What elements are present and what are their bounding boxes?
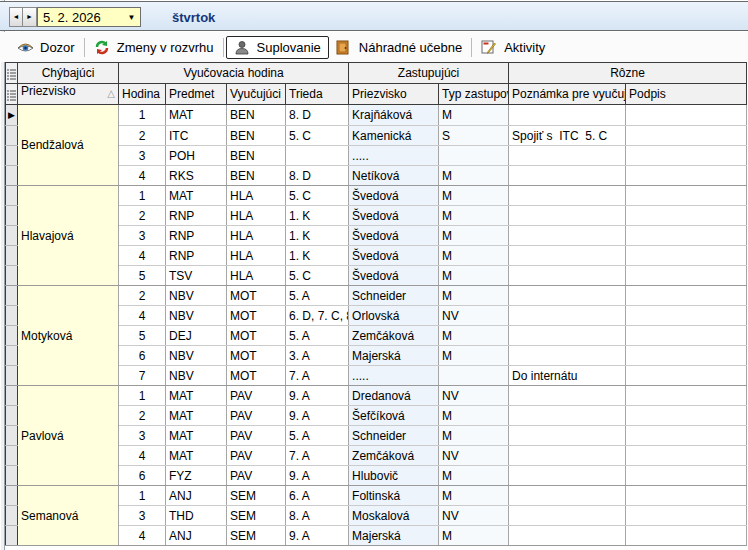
row-selector[interactable]: [6, 466, 18, 486]
missing-teacher-cell[interactable]: Motyková: [18, 286, 119, 386]
cell-vyucujuci[interactable]: MOT: [227, 306, 286, 326]
tab-zmeny-v-rozvrhu[interactable]: Zmeny v rozvrhu: [87, 37, 221, 58]
cell-podpis[interactable]: [626, 386, 747, 406]
cell-poznamka[interactable]: [509, 486, 626, 506]
cell-vyucujuci[interactable]: BEN: [227, 146, 286, 166]
cell-zastupujuci[interactable]: Schneider: [349, 286, 439, 306]
row-selector[interactable]: [6, 406, 18, 426]
cell-typ[interactable]: [439, 366, 509, 386]
row-selector[interactable]: [6, 266, 18, 286]
cell-typ[interactable]: M: [439, 326, 509, 346]
cell-vyucujuci[interactable]: HLA: [227, 206, 286, 226]
cell-typ[interactable]: NV: [439, 306, 509, 326]
cell-zastupujuci[interactable]: Orlovská: [349, 306, 439, 326]
cell-podpis[interactable]: [626, 486, 747, 506]
cell-trieda[interactable]: 8. D: [286, 166, 349, 186]
cell-zastupujuci[interactable]: .....: [349, 366, 439, 386]
tab-aktivity[interactable]: Aktivity: [474, 37, 552, 58]
cell-poznamka[interactable]: [509, 386, 626, 406]
cell-zastupujuci[interactable]: .....: [349, 146, 439, 166]
cell-predmet[interactable]: NBV: [166, 346, 227, 366]
cell-poznamka[interactable]: [509, 206, 626, 226]
cell-podpis[interactable]: [626, 266, 747, 286]
cell-predmet[interactable]: MAT: [166, 446, 227, 466]
cell-predmet[interactable]: MAT: [166, 426, 227, 446]
row-selector[interactable]: [6, 166, 18, 186]
cell-poznamka[interactable]: [509, 306, 626, 326]
table-menu-icon[interactable]: [6, 63, 18, 84]
cell-vyucujuci[interactable]: MOT: [227, 366, 286, 386]
cell-typ[interactable]: NV: [439, 446, 509, 466]
row-selector[interactable]: [6, 446, 18, 466]
cell-trieda[interactable]: 5. A: [286, 286, 349, 306]
cell-vyucujuci[interactable]: MOT: [227, 326, 286, 346]
cell-hodina[interactable]: 3: [119, 506, 166, 526]
cell-poznamka[interactable]: [509, 466, 626, 486]
cell-predmet[interactable]: FYZ: [166, 466, 227, 486]
missing-teacher-cell[interactable]: Hlavajová: [18, 186, 119, 286]
cell-podpis[interactable]: [626, 146, 747, 166]
cell-poznamka[interactable]: [509, 105, 626, 126]
cell-typ[interactable]: M: [439, 466, 509, 486]
cell-zastupujuci[interactable]: Švedová: [349, 226, 439, 246]
cell-poznamka[interactable]: [509, 266, 626, 286]
missing-teacher-cell[interactable]: Pavlová: [18, 386, 119, 486]
cell-hodina[interactable]: 1: [119, 105, 166, 126]
cell-hodina[interactable]: 3: [119, 226, 166, 246]
cell-predmet[interactable]: ANJ: [166, 526, 227, 546]
cell-trieda[interactable]: 7. A: [286, 446, 349, 466]
cell-poznamka[interactable]: [509, 406, 626, 426]
cell-poznamka[interactable]: [509, 526, 626, 546]
cell-trieda[interactable]: 1. K: [286, 206, 349, 226]
cell-trieda[interactable]: 6. D, 7. C, 8: [286, 306, 349, 326]
cell-hodina[interactable]: 3: [119, 146, 166, 166]
cell-hodina[interactable]: 4: [119, 246, 166, 266]
missing-teacher-cell[interactable]: Bendžalová: [18, 105, 119, 186]
cell-typ[interactable]: M: [439, 406, 509, 426]
cell-vyucujuci[interactable]: BEN: [227, 105, 286, 126]
cell-vyucujuci[interactable]: MOT: [227, 346, 286, 366]
cell-podpis[interactable]: [626, 366, 747, 386]
row-selector[interactable]: [6, 146, 18, 166]
cell-trieda[interactable]: 1. K: [286, 226, 349, 246]
cell-hodina[interactable]: 6: [119, 346, 166, 366]
cell-zastupujuci[interactable]: Moskalová: [349, 506, 439, 526]
cell-poznamka[interactable]: [509, 286, 626, 306]
cell-zastupujuci[interactable]: Foltinská: [349, 486, 439, 506]
cell-podpis[interactable]: [626, 306, 747, 326]
cell-poznamka[interactable]: Do internátu: [509, 366, 626, 386]
cell-vyucujuci[interactable]: PAV: [227, 386, 286, 406]
cell-hodina[interactable]: 2: [119, 286, 166, 306]
col-header-typ-zastupovania[interactable]: Typ zastupov: [439, 84, 509, 105]
cell-hodina[interactable]: 4: [119, 526, 166, 546]
cell-trieda[interactable]: 8. D: [286, 105, 349, 126]
cell-typ[interactable]: M: [439, 246, 509, 266]
cell-typ[interactable]: M: [439, 526, 509, 546]
cell-predmet[interactable]: ITC: [166, 126, 227, 146]
cell-hodina[interactable]: 7: [119, 366, 166, 386]
cell-podpis[interactable]: [626, 186, 747, 206]
cell-hodina[interactable]: 2: [119, 206, 166, 226]
cell-zastupujuci[interactable]: Švedová: [349, 206, 439, 226]
chevron-down-icon[interactable]: ▼: [123, 13, 140, 22]
cell-trieda[interactable]: [286, 146, 349, 166]
cell-poznamka[interactable]: [509, 186, 626, 206]
cell-typ[interactable]: NV: [439, 506, 509, 526]
cell-predmet[interactable]: POH: [166, 146, 227, 166]
cell-trieda[interactable]: 5. A: [286, 426, 349, 446]
cell-podpis[interactable]: [626, 166, 747, 186]
col-header-predmet[interactable]: Predmet: [166, 84, 227, 105]
row-selector[interactable]: [6, 426, 18, 446]
tab-nahradne-ucebne[interactable]: Náhradné učebne: [329, 37, 469, 58]
col-header-priezvisko-zastupujuci[interactable]: Priezvisko: [349, 84, 439, 105]
missing-teacher-cell[interactable]: Semanová: [18, 486, 119, 546]
cell-zastupujuci[interactable]: Zemčáková: [349, 326, 439, 346]
cell-trieda[interactable]: 5. A: [286, 326, 349, 346]
cell-vyucujuci[interactable]: HLA: [227, 186, 286, 206]
cell-typ[interactable]: [439, 146, 509, 166]
cell-poznamka[interactable]: [509, 426, 626, 446]
cell-vyucujuci[interactable]: HLA: [227, 226, 286, 246]
cell-vyucujuci[interactable]: PAV: [227, 466, 286, 486]
cell-podpis[interactable]: [626, 406, 747, 426]
cell-zastupujuci[interactable]: Kamenická: [349, 126, 439, 146]
